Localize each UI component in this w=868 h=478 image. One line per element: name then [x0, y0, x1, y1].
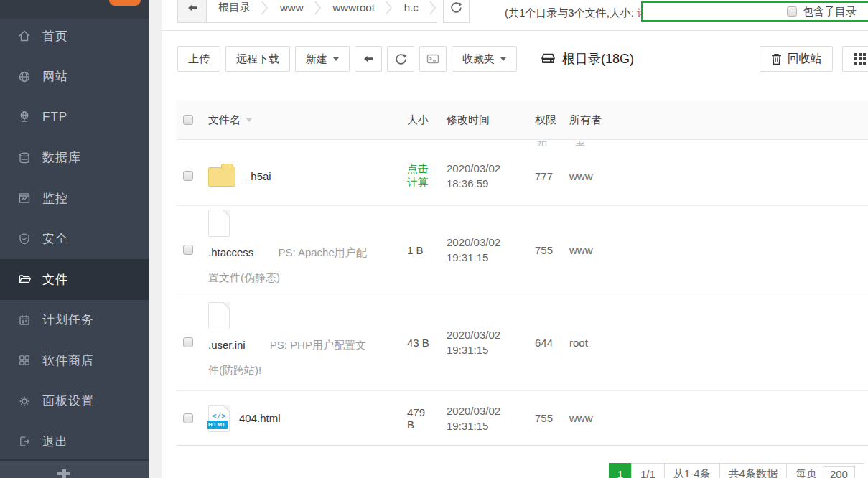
per-page-input[interactable]: 200 [823, 466, 855, 478]
file-size: 1 B [407, 206, 433, 294]
hard-drive-icon [541, 52, 556, 66]
page-ratio: 1/1 [631, 463, 665, 478]
plus-icon[interactable] [57, 469, 70, 478]
favorites-button[interactable]: 收藏夹 [452, 46, 517, 72]
file-size: 43 B [407, 294, 433, 390]
file-perm: 755 [535, 206, 564, 294]
column-mtime[interactable]: 修改时间 [447, 100, 518, 139]
refresh-button[interactable] [443, 0, 470, 23]
ftp-icon [17, 110, 32, 124]
sidebar-item-database[interactable]: 数据库 [0, 138, 149, 179]
sidebar-bottom-bar [0, 459, 149, 478]
toolbar: 上传 远程下载 新建 收藏夹 [177, 46, 517, 72]
back-nav-button[interactable] [355, 46, 382, 72]
row-checkbox[interactable] [183, 337, 193, 347]
blank-file-icon [208, 302, 230, 329]
chevron-down-icon [500, 57, 506, 61]
notice-pill[interactable] [109, 0, 141, 6]
bt-panel-file-manager: 首页 网站 FTP 数据库 监控 安全 [0, 0, 868, 478]
column-size[interactable]: 大小 [407, 100, 433, 139]
sidebar-item-website[interactable]: 网站 [0, 57, 149, 98]
globe-icon [17, 70, 32, 84]
back-arrow-icon [187, 2, 198, 14]
column-owner[interactable]: 所有者 [569, 100, 620, 139]
row-checkbox[interactable] [183, 413, 193, 423]
disk-label: 根目录(18G) [562, 50, 634, 67]
search-box[interactable]: 包含子目录 [641, 1, 868, 22]
table-header: 文件名 大小 修改时间 权限 所有者 [176, 100, 868, 140]
include-subdir-checkbox[interactable] [787, 6, 797, 17]
file-size: 479 B [407, 391, 433, 445]
sidebar-item-label: 退出 [42, 434, 68, 450]
select-all-checkbox[interactable] [183, 115, 193, 125]
apps-icon [17, 353, 32, 367]
file-name[interactable]: _h5ai [245, 170, 271, 182]
remote-download-button[interactable]: 远程下载 [225, 46, 290, 72]
grid-icon [854, 53, 866, 65]
disk-info[interactable]: 根目录(18G) [541, 46, 634, 72]
breadcrumb-box: 根目录 www wwwroot h.c [177, 0, 437, 23]
folder-icon [17, 272, 32, 286]
recycle-label: 回收站 [788, 52, 822, 67]
page-total: 共4条数据 [719, 463, 787, 478]
table-row[interactable]: </> HTML 404.html 479 B 2020/03/0219:31:… [176, 391, 868, 446]
terminal-button[interactable] [419, 46, 447, 72]
calendar-icon [17, 313, 32, 327]
breadcrumb-item-www[interactable]: www [269, 0, 314, 22]
per-page-control: 每页 200 [786, 463, 864, 478]
breadcrumb-item-root[interactable]: 根目录 [207, 0, 261, 22]
shield-icon [17, 232, 32, 246]
page-1-button[interactable]: 1 [609, 463, 632, 478]
breadcrumb-item-wwwroot[interactable]: wwwroot [322, 0, 385, 22]
sidebar-item-security[interactable]: 安全 [0, 219, 149, 260]
chevron-right-icon [385, 0, 393, 22]
file-owner: root [569, 294, 620, 390]
recycle-bin-button[interactable]: 回收站 [760, 46, 833, 72]
per-page-label: 每页 [795, 467, 817, 478]
sidebar-item-logout[interactable]: 退出 [0, 421, 149, 462]
include-subdir-label: 包含子目录 [803, 5, 857, 19]
sidebar-item-files[interactable]: 文件 [0, 259, 149, 300]
html-file-icon: </> HTML [208, 405, 230, 432]
sidebar-item-ftp[interactable]: FTP [0, 97, 149, 138]
file-name[interactable]: .user.ini [208, 339, 246, 351]
sidebar-item-appstore[interactable]: 软件商店 [0, 340, 149, 381]
layout-gutter [149, 0, 162, 478]
trash-icon [771, 53, 782, 65]
table-row[interactable]: _h5ai 点击计算 2020/03/0218:36:59 777 www [176, 146, 868, 206]
sidebar-item-label: 软件商店 [42, 352, 94, 369]
refresh-icon [395, 53, 407, 65]
refresh-icon [450, 1, 462, 14]
gear-icon [17, 394, 32, 408]
sidebar-item-cron[interactable]: 计划任务 [0, 300, 149, 341]
page-range: 从1-4条 [664, 463, 720, 478]
sidebar-item-home[interactable]: 首页 [0, 16, 149, 57]
file-name[interactable]: .htaccess [208, 246, 253, 258]
back-button[interactable] [178, 0, 207, 22]
sidebar-item-label: 面板设置 [42, 393, 94, 409]
sidebar: 首页 网站 FTP 数据库 监控 安全 [0, 0, 149, 478]
table-row[interactable]: .htaccessPS: Apache用户配置文件(伪静态) 1 B 2020/… [176, 206, 868, 294]
file-perm: 644 [535, 294, 564, 390]
row-checkbox[interactable] [183, 171, 193, 181]
column-filename[interactable]: 文件名 [208, 100, 381, 139]
table-row[interactable]: .user.iniPS: PHP用户配置文件(防跨站)! 43 B 2020/0… [176, 294, 868, 391]
chevron-right-icon [314, 0, 322, 22]
sidebar-item-label: 计划任务 [42, 311, 94, 328]
file-owner: www [569, 206, 620, 294]
view-grid-button[interactable] [842, 46, 868, 72]
monitor-icon [17, 191, 32, 205]
upload-button[interactable]: 上传 [177, 46, 220, 72]
folder-file-icon [208, 167, 235, 187]
column-perm[interactable]: 权限 [535, 100, 564, 139]
sidebar-item-settings[interactable]: 面板设置 [0, 381, 149, 422]
sidebar-item-monitor[interactable]: 监控 [0, 178, 149, 219]
breadcrumb-item-hc[interactable]: h.c [393, 0, 429, 22]
file-name[interactable]: 404.html [239, 412, 281, 424]
size-calc-link[interactable]: 点击计算 [407, 162, 433, 189]
scrolled-header-ghost: 限者 [176, 140, 868, 146]
new-button[interactable]: 新建 [295, 46, 350, 72]
sidebar-item-label: 首页 [42, 28, 68, 44]
row-checkbox[interactable] [183, 245, 193, 255]
refresh-button[interactable] [387, 46, 414, 72]
